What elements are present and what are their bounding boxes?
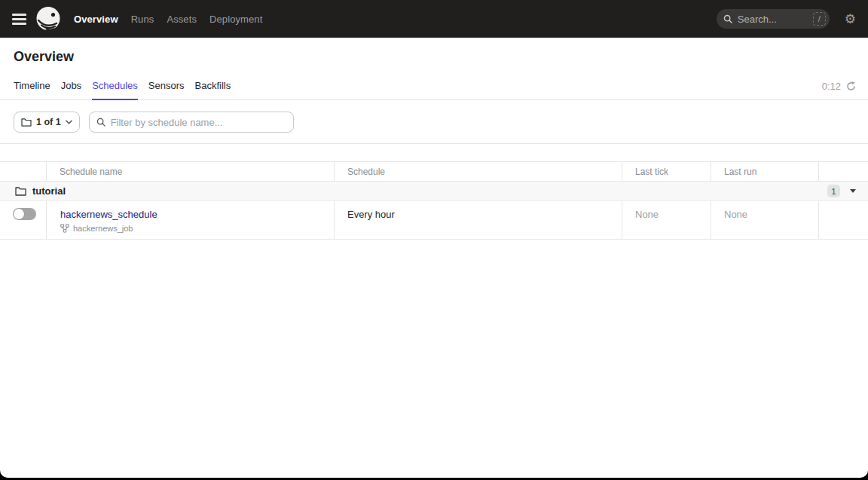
screen: Overview Runs Assets Deployment / ⚙ Over… [0, 0, 868, 480]
group-name: tutorial [32, 185, 66, 197]
schedule-name-cell: hackernews_schedule hackernews_job [47, 201, 335, 239]
tab-schedules[interactable]: Schedules [92, 73, 138, 99]
group-count-badge: 1 [827, 185, 840, 197]
job-line: hackernews_job [60, 224, 334, 233]
search-shortcut-badge: / [813, 12, 826, 26]
search-icon [96, 118, 105, 127]
last-tick-cell: None [622, 201, 711, 239]
schedule-filter-input[interactable] [111, 117, 286, 128]
filter-bar: 1 of 1 [0, 100, 868, 144]
page-title: Overview [14, 49, 854, 65]
nav-items: Overview Runs Assets Deployment [74, 14, 262, 25]
job-graph-icon [60, 224, 69, 233]
refresh-icon[interactable] [846, 81, 856, 91]
tabs-row: Timeline Jobs Schedules Sensors Backfill… [0, 73, 868, 100]
caret-down-icon[interactable] [850, 189, 856, 193]
col-schedule-name: Schedule name [47, 162, 335, 181]
tab-timeline[interactable]: Timeline [14, 73, 50, 99]
col-last-tick: Last tick [622, 162, 711, 181]
col-last-run: Last run [711, 162, 819, 181]
nav-item-runs[interactable]: Runs [131, 14, 154, 25]
chevron-down-icon [66, 120, 72, 124]
top-nav: Overview Runs Assets Deployment / ⚙ [0, 0, 868, 38]
spacer [0, 144, 868, 161]
table-row: hackernews_schedule hackernews_job Every… [0, 201, 868, 240]
schedule-toggle[interactable] [13, 208, 36, 220]
search-input[interactable] [738, 14, 813, 25]
schedule-cron-cell: Every hour [335, 201, 622, 239]
schedule-filter[interactable] [89, 112, 294, 133]
refresh-countdown: 0:12 [822, 81, 841, 92]
global-search[interactable]: / [717, 9, 830, 29]
repo-selector-button[interactable]: 1 of 1 [14, 112, 80, 133]
col-toggle [0, 162, 47, 181]
col-actions [819, 162, 868, 181]
actions-cell [819, 201, 868, 239]
page-header: Overview [0, 38, 868, 65]
col-schedule: Schedule [335, 162, 622, 181]
group-row-tutorial[interactable]: tutorial 1 [0, 182, 868, 201]
dagster-app-window: Overview Runs Assets Deployment / ⚙ Over… [0, 0, 868, 478]
tab-jobs[interactable]: Jobs [61, 73, 81, 99]
menu-icon[interactable] [12, 11, 26, 28]
gear-icon[interactable]: ⚙ [845, 13, 856, 26]
dagster-logo-icon[interactable] [35, 5, 62, 32]
table-header-row: Schedule name Schedule Last tick Last ru… [0, 161, 868, 182]
nav-item-deployment[interactable]: Deployment [209, 14, 262, 25]
tab-backfills[interactable]: Backfills [195, 73, 231, 99]
schedule-name-link[interactable]: hackernews_schedule [60, 209, 157, 220]
refresh-area: 0:12 [822, 81, 856, 92]
folder-icon [15, 186, 26, 196]
folder-icon [21, 118, 32, 127]
tab-sensors[interactable]: Sensors [148, 73, 185, 99]
toggle-cell [0, 201, 47, 239]
schedules-table: Schedule name Schedule Last tick Last ru… [0, 161, 868, 240]
nav-item-overview[interactable]: Overview [74, 14, 118, 25]
last-run-cell: None [711, 201, 819, 239]
toggle-knob [14, 209, 24, 219]
repo-selector-label: 1 of 1 [36, 117, 61, 127]
nav-item-assets[interactable]: Assets [167, 14, 197, 25]
job-name[interactable]: hackernews_job [73, 224, 133, 233]
search-icon [723, 14, 732, 23]
